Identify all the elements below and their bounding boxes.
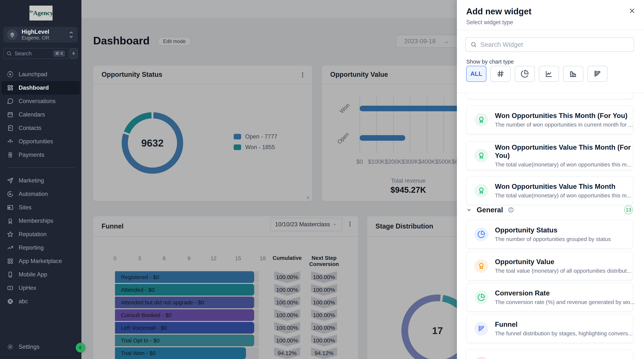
star-icon — [7, 231, 14, 238]
filter-number-button[interactable] — [490, 66, 510, 82]
chevron-left-icon — [78, 345, 83, 350]
chevron-down-icon — [466, 207, 472, 213]
sidebar-item-uphex[interactable]: UpHex — [2, 281, 80, 295]
award-icon — [474, 184, 488, 198]
shortcut-badge: ⌘ K — [53, 50, 65, 57]
hfunnel-icon — [474, 322, 488, 336]
overlay-scrim[interactable] — [82, 0, 457, 359]
nav-divider — [7, 168, 75, 168]
hbar-chart-icon — [593, 70, 602, 78]
widget-card[interactable]: Conversion Rate The conversion rate (%) … — [466, 283, 633, 312]
sidebar-item-contacts[interactable]: Contacts — [2, 121, 80, 135]
section-count-badge: 13 — [624, 206, 633, 214]
widget-card[interactable]: Won Opportunities Value This Month (For … — [466, 141, 633, 170]
sidebar-search[interactable]: ⌘ K — [3, 48, 68, 59]
nav-secondary: Marketing Automation Sites Memberships R… — [2, 174, 80, 308]
main-content: Dashboard Edit mode 2023-09-18 → 202 Opp… — [82, 0, 457, 359]
gear-icon — [7, 344, 14, 350]
sidebar-item-abc[interactable]: abc — [2, 295, 80, 308]
widget-search[interactable] — [465, 37, 634, 52]
close-icon — [628, 7, 636, 15]
filter-line-button[interactable] — [539, 66, 559, 82]
sidebar-item-reporting[interactable]: Reporting — [2, 241, 80, 254]
play-circle-icon — [7, 191, 14, 198]
section-general-header[interactable]: General 13 — [466, 205, 633, 215]
chat-bubble-icon — [7, 98, 14, 104]
hash-icon — [496, 70, 504, 78]
account-location: Eugene, OR — [22, 35, 64, 41]
account-switcher[interactable]: HighLevel Eugene, OR — [3, 27, 78, 42]
sidebar-item-conversations[interactable]: Conversations — [2, 94, 80, 108]
award-icon — [474, 259, 488, 273]
chevron-up-down-icon — [68, 30, 74, 39]
sidebar-item-opportunities[interactable]: Opportunities — [2, 135, 80, 148]
award-icon — [474, 113, 488, 127]
grid-icon — [7, 258, 14, 264]
sidebar-collapse-button[interactable] — [76, 343, 85, 352]
sidebar-item-app-marketplace[interactable]: App Marketplace — [2, 254, 80, 268]
trend-line-icon — [7, 244, 14, 251]
widget-card[interactable]: Won Opportunities This Month (For You) T… — [466, 106, 633, 134]
sidebar-item-payments[interactable]: Payments — [2, 148, 80, 162]
launchpad-icon — [7, 71, 14, 78]
widget-card[interactable]: Won Opportunities Value This Month The t… — [466, 176, 633, 205]
sidebar-item-memberships[interactable]: Memberships — [2, 214, 80, 228]
bar-chart-icon — [569, 70, 577, 78]
rosette-icon — [7, 218, 14, 224]
pie-icon — [474, 228, 488, 241]
search-icon — [470, 42, 477, 48]
browser-globe-icon — [7, 204, 14, 211]
sidebar-search-input[interactable] — [14, 50, 50, 57]
widget-card-partial-bottom[interactable] — [466, 349, 633, 359]
sidebar-item-launchpad[interactable]: Launchpad — [2, 68, 80, 81]
pie-icon — [474, 290, 488, 304]
info-icon — [508, 207, 514, 213]
widget-card[interactable]: Opportunity Value The toal value (moneta… — [466, 252, 633, 280]
search-icon — [6, 51, 12, 56]
agency-logo: theAgency — [30, 6, 52, 20]
nav-primary: Launchpad Dashboard Conversations Calend… — [2, 68, 80, 162]
award-icon — [474, 149, 488, 162]
dashboard-icon — [7, 84, 14, 91]
add-widget-panel: Add new widget Select widget type Show b… — [457, 0, 644, 359]
calendar-icon — [7, 111, 14, 118]
sidebar-item-mobile-app[interactable]: Mobile App — [2, 268, 80, 281]
payments-icon — [7, 152, 14, 158]
sidebar-item-dashboard[interactable]: Dashboard — [2, 81, 80, 94]
panel-title: Add new widget — [466, 6, 532, 16]
opportunities-icon — [7, 138, 14, 145]
quick-actions-button[interactable] — [69, 48, 78, 59]
widget-card[interactable]: Opportunity Status The number of opportu… — [466, 220, 633, 249]
sidebar: theAgency HighLevel Eugene, OR ⌘ K Launc… — [0, 0, 82, 359]
smartphone-icon — [7, 271, 14, 278]
filter-pie-button[interactable] — [515, 66, 535, 82]
pie-icon — [521, 70, 529, 78]
section-name: General — [477, 206, 503, 214]
sidebar-item-automation[interactable]: Automation — [2, 187, 80, 201]
sidebar-item-marketing[interactable]: Marketing — [2, 174, 80, 187]
filter-all-button[interactable]: ALL — [466, 66, 486, 82]
widget-icon — [474, 357, 488, 359]
account-name: HighLevel — [22, 28, 64, 35]
lightning-icon — [71, 51, 76, 56]
panel-subtitle: Select widget type — [466, 19, 513, 26]
sidebar-item-reputation[interactable]: Reputation — [2, 228, 80, 241]
widget-card-partial-top[interactable] — [466, 93, 633, 99]
filter-bar-button[interactable] — [563, 66, 583, 82]
sphere-icon — [7, 298, 14, 305]
sidebar-item-settings[interactable]: Settings — [2, 340, 80, 354]
divider — [457, 30, 644, 30]
filter-label: Show by chart type — [466, 58, 514, 65]
widget-list: Won Opportunities This Month (For You) T… — [457, 93, 644, 359]
address-book-icon — [7, 125, 14, 132]
line-chart-icon — [545, 70, 553, 78]
sidebar-item-calendars[interactable]: Calendars — [2, 108, 80, 121]
widget-search-input[interactable] — [480, 41, 629, 48]
filter-hbar-button[interactable] — [587, 66, 608, 82]
location-pin-icon — [7, 30, 18, 40]
paper-plane-icon — [7, 177, 14, 184]
sidebar-item-sites[interactable]: Sites — [2, 201, 80, 214]
video-play-icon — [7, 285, 14, 291]
close-button[interactable] — [628, 7, 636, 15]
widget-card[interactable]: Funnel The funnel distribution by stages… — [466, 314, 633, 343]
